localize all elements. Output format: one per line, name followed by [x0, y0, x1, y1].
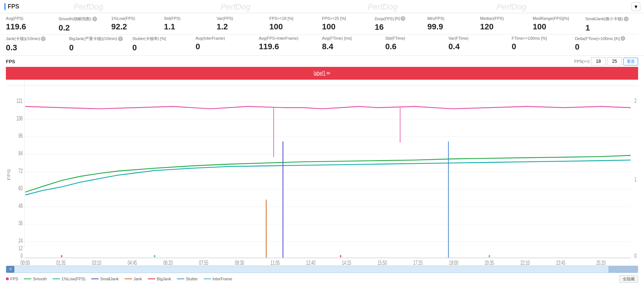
stat-label-median-fps: Median(FPS) [480, 16, 504, 21]
stat-item-fps18: FPS>=18 [%]100 [269, 16, 322, 32]
legend-item-smalljank-legend[interactable]: SmallJank [91, 277, 119, 281]
svg-text:12: 12 [18, 245, 22, 252]
svg-text:07:55: 07:55 [199, 260, 208, 265]
legend-bar: FPSSmooth1%Low(FPS)SmallJankJankBigJankS… [0, 274, 644, 284]
stat-label-medrange-fps: MedRange(FPS)[%] [533, 16, 569, 21]
legend-label-bigjank-legend: BigJank [157, 277, 171, 281]
chart-svg: label1 ✏ 121 108 96 84 [6, 67, 638, 265]
svg-text:121: 121 [17, 98, 23, 104]
svg-text:36: 36 [18, 220, 22, 227]
stat-item-jank: Jank(卡顿)(/10min)?0.3 [6, 36, 69, 53]
stat-item-avg-fps-interframe: Avg(FPS+InterFrame)119.6 [259, 36, 322, 51]
hide-all-button[interactable]: 全隐藏 [619, 275, 638, 283]
legend-item-fps-legend[interactable]: FPS [6, 277, 18, 281]
stat-value-avg-fps: 119.6 [6, 22, 26, 32]
stat-label-fps18: FPS>=18 [%] [269, 16, 293, 21]
legend-line-smalljank-legend [91, 278, 99, 279]
watermark-3: PerfDog [368, 2, 398, 12]
stat-label-smooth: Smooth(稳帧指数)? [58, 16, 97, 22]
header: FPS PerfDog PerfDog PerfDog PerfDog ▼ [0, 0, 644, 13]
reset-button[interactable]: 重置 [623, 58, 638, 65]
main-container: FPS PerfDog PerfDog PerfDog PerfDog ▼ Av… [0, 0, 644, 284]
svg-text:17:25: 17:25 [413, 260, 423, 265]
stat-label-min-fps: Min(FPS) [427, 16, 444, 21]
stat-item-drop-fps: Drop(FPS) [/h]?16 [375, 16, 427, 32]
svg-text:12:40: 12:40 [306, 260, 316, 265]
stats-row1-container: Avg(FPS)119.6Smooth(稳帧指数)?0.21%Low(FPS)9… [0, 13, 644, 56]
stat-label-avg-interframe: Avg(InterFrame) [196, 36, 225, 40]
chart-area: label1 ✏ 121 108 96 84 [6, 67, 638, 265]
stat-value-median-fps: 120 [480, 22, 494, 32]
svg-text:60: 60 [18, 185, 22, 192]
stat-label-small-jank: SmallJank(微小卡顿)? [586, 16, 629, 22]
fps18-input[interactable] [591, 57, 606, 65]
stat-label-ftime100: FTime>=100ms [%] [512, 36, 547, 40]
help-icon-jank[interactable]: ? [41, 36, 46, 41]
watermark-1: PerfDog [74, 2, 103, 12]
svg-text:15:50: 15:50 [378, 260, 387, 265]
stat-item-median-fps: Median(FPS)120 [480, 16, 533, 32]
svg-text:24: 24 [18, 237, 22, 244]
title-line-decoration [4, 3, 6, 10]
help-icon-smooth[interactable]: ? [92, 17, 97, 21]
svg-text:01:35: 01:35 [56, 260, 65, 265]
dropdown-button[interactable]: ▼ [631, 2, 640, 11]
svg-text:FPS: FPS [7, 169, 11, 180]
legend-item-jank-legend[interactable]: Jank [125, 277, 142, 281]
stat-item-bigjank: BigJank(严重卡顿)(/10min)?0 [69, 36, 132, 53]
svg-text:00:00: 00:00 [21, 260, 30, 265]
stat-label-var-ftime: Var(FTime) [448, 36, 468, 40]
stat-label-delta-ftime: Delta(FTime)>100ms [/h]? [575, 36, 625, 41]
header-title: FPS [4, 3, 19, 10]
stat-item-delta-ftime: Delta(FTime)>100ms [/h]?0 [575, 36, 638, 52]
help-icon-drop-fps[interactable]: ? [401, 16, 405, 21]
scrollbar-right-indicator [608, 266, 638, 273]
svg-text:label1 ✏: label1 ✏ [314, 69, 331, 77]
stat-item-stutter: Stutter(卡顿率) [%]0 [132, 36, 196, 53]
legend-label-smooth-legend: Smooth [33, 277, 47, 281]
svg-text:03:10: 03:10 [92, 260, 101, 265]
legend-item-bigjank-legend[interactable]: BigJank [148, 277, 171, 281]
stat-item-fps25: FPS>=25 [%]100 [322, 16, 375, 32]
help-icon-small-jank[interactable]: ? [624, 17, 629, 21]
scrollbar-area[interactable]: ⠿ [6, 266, 638, 273]
fps-gte-label: FPS(>=) [574, 59, 590, 64]
help-icon-delta-ftime[interactable]: ? [620, 36, 625, 41]
watermark-4: PerfDog [497, 2, 526, 12]
stat-item-small-jank: SmallJank(微小卡顿)?1 [586, 16, 638, 33]
legend-line-bigjank-legend [148, 278, 155, 279]
chart-header: FPS FPS(>=) 重置 [0, 57, 644, 67]
legend-item-low1-legend[interactable]: 1%Low(FPS) [53, 277, 85, 281]
stat-item-smooth: Smooth(稳帧指数)?0.2 [58, 16, 111, 33]
svg-text:1: 1 [634, 176, 637, 183]
svg-text:19:00: 19:00 [449, 260, 458, 265]
legend-item-smooth-legend[interactable]: Smooth [24, 277, 47, 281]
svg-text:0: 0 [634, 253, 637, 259]
legend-label-stutter-legend: Stutter [186, 277, 198, 281]
svg-text:22:10: 22:10 [520, 260, 530, 265]
stat-value-ftime100: 0 [512, 42, 516, 51]
legend-label-low1-legend: 1%Low(FPS) [61, 277, 85, 281]
svg-text:11:05: 11:05 [270, 260, 280, 265]
legend-item-stutter-legend[interactable]: Stutter [177, 277, 198, 281]
svg-text:0: 0 [21, 253, 23, 259]
svg-point-36 [154, 255, 155, 257]
legend-item-interframe-legend[interactable]: InterFrame [204, 277, 232, 281]
fps25-input[interactable] [607, 57, 622, 65]
stat-item-avg-fps: Avg(FPS)119.6 [6, 16, 58, 32]
svg-point-35 [61, 255, 63, 257]
help-icon-bigjank[interactable]: ? [118, 36, 123, 41]
svg-text:23:45: 23:45 [556, 260, 565, 265]
stat-item-low1fps: 1%Low(FPS)92.2 [111, 16, 164, 32]
stat-value-jank: 0.3 [6, 43, 17, 53]
scrollbar-thumb[interactable]: ⠿ [6, 266, 14, 273]
svg-text:06:20: 06:20 [163, 260, 172, 265]
svg-point-38 [489, 255, 490, 257]
stat-item-medrange-fps: MedRange(FPS)[%]100 [533, 16, 586, 32]
stat-label-std-fps: Std(FPS) [164, 16, 181, 21]
legend-line-stutter-legend [177, 278, 184, 279]
svg-text:04:45: 04:45 [128, 260, 137, 265]
stat-label-avg-ftime: Avg(FTime) [ms] [322, 36, 352, 40]
stats-row-2: Jank(卡顿)(/10min)?0.3BigJank(严重卡顿)(/10min… [6, 36, 638, 53]
svg-text:96: 96 [18, 133, 22, 139]
